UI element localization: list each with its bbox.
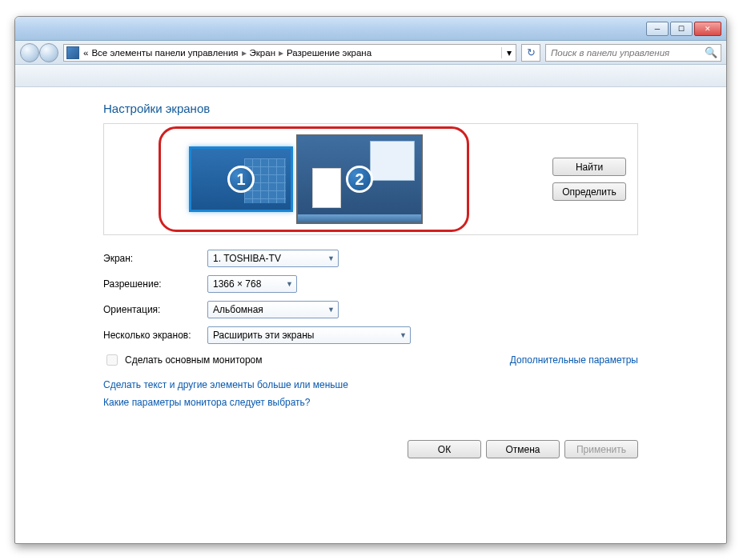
window-frame: ─ ☐ ✕ « Все элементы панели управления ▸… [14, 16, 727, 544]
monitor-badge: 2 [346, 166, 373, 193]
chevron-down-icon: ▼ [327, 306, 335, 314]
monitor-help-link[interactable]: Какие параметры монитора следует выбрать… [103, 397, 638, 408]
display-value: 1. TOSHIBA-TV [213, 253, 281, 264]
orientation-label: Ориентация: [103, 304, 207, 315]
breadcrumb-prefix: « [82, 48, 90, 58]
display-label: Экран: [103, 253, 207, 264]
display-preview-panel: 1 2 Найти Определить [103, 123, 638, 235]
breadcrumb-item[interactable]: Экран [248, 48, 277, 58]
ok-button[interactable]: ОК [408, 440, 481, 458]
cancel-button[interactable]: Отмена [486, 440, 560, 458]
resolution-select[interactable]: 1366 × 768 ▼ [207, 275, 297, 293]
forward-button[interactable] [39, 43, 58, 62]
multiple-displays-label: Несколько экранов: [103, 330, 207, 341]
orientation-select[interactable]: Альбомная ▼ [207, 301, 339, 318]
chevron-right-icon: ▸ [240, 47, 248, 58]
back-button[interactable] [20, 43, 39, 62]
page-title: Настройки экранов [103, 102, 638, 115]
multiple-displays-value: Расширить эти экраны [213, 330, 314, 341]
orientation-value: Альбомная [213, 304, 263, 315]
monitor-badge: 1 [227, 166, 255, 193]
apply-button[interactable]: Применить [564, 440, 638, 458]
search-input[interactable] [549, 47, 705, 58]
breadcrumb-item[interactable]: Разрешение экрана [285, 48, 373, 58]
title-bar: ─ ☐ ✕ [15, 17, 726, 41]
make-primary-checkbox[interactable] [106, 354, 118, 366]
chevron-down-icon: ▼ [286, 280, 293, 288]
monitor-previews: 1 2 [189, 134, 423, 224]
chevron-down-icon: ▼ [400, 331, 407, 339]
breadcrumb[interactable]: « Все элементы панели управления ▸ Экран… [63, 44, 516, 62]
chevron-right-icon: ▸ [277, 47, 285, 58]
detect-button[interactable]: Определить [552, 182, 626, 201]
close-button[interactable]: ✕ [694, 22, 721, 36]
main-content: Настройки экранов 1 2 Найти Определить [15, 87, 726, 466]
make-primary-label: Сделать основным монитором [125, 354, 263, 366]
minimize-button[interactable]: ─ [646, 22, 669, 36]
resolution-value: 1366 × 768 [213, 278, 261, 290]
advanced-settings-link[interactable]: Дополнительные параметры [510, 354, 638, 366]
display-select[interactable]: 1. TOSHIBA-TV ▼ [207, 250, 339, 267]
breadcrumb-item[interactable]: Все элементы панели управления [90, 48, 239, 58]
breadcrumb-dropdown[interactable]: ▾ [501, 47, 516, 58]
monitor-1[interactable]: 1 [189, 146, 293, 212]
resolution-label: Разрешение: [103, 278, 207, 290]
control-panel-icon [66, 46, 79, 59]
maximize-button[interactable]: ☐ [670, 22, 693, 36]
address-bar: « Все элементы панели управления ▸ Экран… [15, 41, 726, 65]
find-button[interactable]: Найти [552, 158, 626, 176]
monitor-2[interactable]: 2 [296, 134, 423, 224]
search-box[interactable]: 🔍 [545, 44, 721, 62]
text-size-link[interactable]: Сделать текст и другие элементы больше и… [103, 379, 638, 390]
refresh-button[interactable]: ↻ [521, 44, 540, 62]
search-icon[interactable]: 🔍 [705, 46, 717, 58]
chevron-down-icon: ▼ [327, 254, 335, 262]
multiple-displays-select[interactable]: Расширить эти экраны ▼ [207, 326, 411, 344]
toolbar [15, 65, 726, 87]
